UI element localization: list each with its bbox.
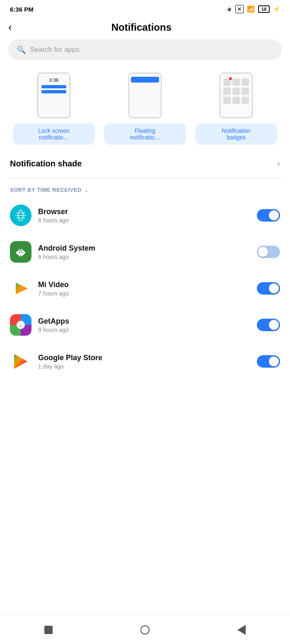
badges-type[interactable]: Notificationbadges <box>195 73 277 145</box>
search-input[interactable]: Search for apps <box>30 46 80 54</box>
toggle-knob-googleplay <box>269 356 279 366</box>
app-icon-mi-video <box>10 278 31 299</box>
app-info-getapps: GetApps 9 hours ago <box>38 317 250 333</box>
status-icons: ∗ ✕ 📶 18 ⚡ <box>227 5 280 13</box>
app-list: Browser 6 hours ago <box>0 197 290 413</box>
back-icon <box>237 625 246 635</box>
signal-icon: ✕ <box>235 5 244 13</box>
app-item-android-system[interactable]: Android System 6 hours ago <box>0 234 290 270</box>
mivideo-svg-icon <box>10 278 31 299</box>
app-name-android-system: Android System <box>38 244 250 253</box>
app-item-google-play[interactable]: Google Play Store 1 day ago <box>0 343 290 380</box>
toggle-mi-video[interactable] <box>257 282 280 295</box>
app-time-mi-video: 7 hours ago <box>38 290 250 297</box>
toggle-android-system[interactable] <box>257 246 280 258</box>
lock-screen-label[interactable]: Lock screennotificatio… <box>13 123 95 145</box>
toggle-browser[interactable] <box>257 209 280 222</box>
lock-screen-mockup: 2:36 <box>37 73 70 118</box>
battery-indicator: 18 <box>258 5 270 13</box>
wifi-icon: 📶 <box>247 5 255 13</box>
recent-apps-button[interactable] <box>43 624 54 636</box>
floating-mockup <box>128 73 162 118</box>
android-svg-icon <box>14 245 27 259</box>
toggle-knob-mivideo <box>269 283 279 293</box>
notification-shade-row[interactable]: Notification shade › <box>0 149 290 178</box>
page-header: ‹ Notifications <box>0 17 290 39</box>
home-button[interactable] <box>139 624 151 636</box>
app-name-getapps: GetApps <box>38 317 250 326</box>
toggle-knob-android <box>258 247 268 257</box>
app-time-android-system: 6 hours ago <box>38 254 250 260</box>
bottom-nav <box>0 615 290 644</box>
sort-label: SORT BY TIME RECEIVED <box>10 187 82 193</box>
app-item-browser[interactable]: Browser 6 hours ago <box>0 197 290 234</box>
bluetooth-icon: ∗ <box>227 5 232 13</box>
svg-rect-9 <box>19 254 20 256</box>
recent-icon <box>44 626 53 634</box>
back-nav-button[interactable] <box>236 624 247 636</box>
notification-types-section: 2:36 Lock screennotificatio… Floatingnot… <box>0 68 290 149</box>
sort-header[interactable]: SORT BY TIME RECEIVED ⌄ <box>0 178 290 197</box>
back-button[interactable]: ‹ <box>8 21 12 34</box>
app-time-getapps: 9 hours ago <box>38 327 250 333</box>
svg-point-14 <box>23 250 24 251</box>
search-icon: 🔍 <box>17 45 26 54</box>
app-icon-browser <box>10 205 31 226</box>
floating-type[interactable]: Floatingnotificatio… <box>104 73 186 145</box>
svg-point-11 <box>19 252 20 253</box>
badges-label[interactable]: Notificationbadges <box>195 123 277 145</box>
app-item-getapps[interactable]: ↓ GetApps 9 hours ago <box>0 307 290 343</box>
app-info-google-play: Google Play Store 1 day ago <box>38 354 250 370</box>
status-time: 6:36 PM <box>10 6 34 13</box>
shade-label: Notification shade <box>10 159 82 168</box>
svg-point-12 <box>22 252 23 253</box>
search-bar[interactable]: 🔍 Search for apps <box>8 39 282 60</box>
lock-screen-type[interactable]: 2:36 Lock screennotificatio… <box>13 73 95 145</box>
app-time-browser: 6 hours ago <box>38 217 250 224</box>
app-icon-android-system <box>10 241 31 263</box>
svg-rect-7 <box>16 251 18 254</box>
app-time-google-play: 1 day ago <box>38 363 250 370</box>
app-name-mi-video: Mi Video <box>38 281 250 289</box>
app-icon-google-play <box>10 351 31 372</box>
toggle-knob-getapps <box>269 320 279 330</box>
toggle-google-play[interactable] <box>257 355 280 368</box>
floating-label[interactable]: Floatingnotificatio… <box>104 123 186 145</box>
app-icon-getapps: ↓ <box>10 314 31 336</box>
charging-icon: ⚡ <box>273 6 280 12</box>
app-info-android-system: Android System 6 hours ago <box>38 244 250 260</box>
browser-svg-icon <box>15 209 27 222</box>
page-title: Notifications <box>16 22 267 33</box>
app-info-mi-video: Mi Video 7 hours ago <box>38 281 250 297</box>
svg-rect-10 <box>21 254 22 256</box>
app-info-browser: Browser 6 hours ago <box>38 207 250 224</box>
svg-rect-6 <box>17 251 24 255</box>
googleplay-svg-icon <box>10 351 31 372</box>
app-item-mi-video[interactable]: Mi Video 7 hours ago <box>0 270 290 307</box>
status-bar: 6:36 PM ∗ ✕ 📶 18 ⚡ <box>0 0 290 17</box>
toggle-knob-browser <box>269 210 279 220</box>
toggle-getapps[interactable] <box>257 319 280 331</box>
sort-chevron-icon: ⌄ <box>84 187 89 193</box>
app-name-google-play: Google Play Store <box>38 354 250 362</box>
svg-text:↓: ↓ <box>19 322 22 328</box>
badges-mockup <box>220 73 253 118</box>
app-name-browser: Browser <box>38 207 250 216</box>
svg-point-13 <box>18 250 19 251</box>
getapps-svg-icon: ↓ <box>10 314 31 336</box>
home-icon <box>140 625 150 634</box>
svg-rect-8 <box>24 251 25 254</box>
shade-chevron-icon: › <box>277 158 280 169</box>
